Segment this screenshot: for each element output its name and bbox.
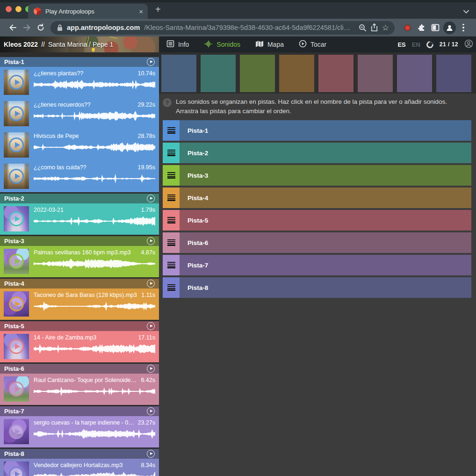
track-row-body[interactable]: Pista-4 bbox=[180, 188, 471, 208]
track-header[interactable]: Pista-7 bbox=[0, 406, 159, 416]
track-row-body[interactable]: Pista-2 bbox=[180, 143, 471, 163]
back-button[interactable] bbox=[6, 21, 20, 35]
clip-play-button[interactable] bbox=[9, 254, 24, 269]
track-color-swatch[interactable] bbox=[240, 55, 275, 92]
audio-clip[interactable]: 2022-03-211.79s bbox=[0, 203, 159, 235]
track-color-swatch[interactable] bbox=[318, 55, 353, 92]
track-color-swatch[interactable] bbox=[397, 55, 432, 92]
audio-clip[interactable]: Vendedor callejero Hortalizas.mp38.34s bbox=[0, 459, 159, 476]
browser-tab[interactable]: Play Antropoloops × bbox=[28, 4, 148, 19]
track-header[interactable]: Pista-2 bbox=[0, 194, 159, 203]
clip-play-button[interactable] bbox=[9, 296, 24, 311]
track-row[interactable]: Pista-1 bbox=[163, 120, 471, 141]
drag-handle[interactable] bbox=[163, 188, 180, 208]
language-en[interactable]: EN bbox=[412, 41, 420, 48]
clip-play-button[interactable] bbox=[9, 339, 24, 354]
track-row-body[interactable]: Pista-8 bbox=[180, 277, 471, 298]
map-thumbnail-strip[interactable]: Kleos 2022//Santa Marina / Pepe 1 bbox=[0, 36, 159, 52]
track-header[interactable]: Pista-1 bbox=[0, 57, 159, 67]
track-section: Pista-22022-03-211.79s bbox=[0, 194, 159, 235]
track-row[interactable]: Pista-3 bbox=[163, 165, 471, 186]
language-es[interactable]: ES bbox=[397, 41, 405, 48]
window-minimize-button[interactable] bbox=[15, 6, 22, 12]
track-color-swatch[interactable] bbox=[161, 55, 196, 92]
nav-tab-info[interactable]: Info bbox=[166, 40, 189, 49]
browser-profile-avatar[interactable] bbox=[442, 21, 456, 35]
audio-clip[interactable]: sergio cuevas - la harpe indienne - 03 -… bbox=[0, 416, 159, 447]
track-header[interactable]: Pista-3 bbox=[0, 236, 159, 246]
nav-tab-tocar[interactable]: Tocar bbox=[299, 40, 326, 49]
clip-play-button[interactable] bbox=[9, 137, 24, 152]
track-color-swatch[interactable] bbox=[201, 55, 236, 92]
track-color-swatch[interactable] bbox=[436, 55, 471, 92]
drag-handle[interactable] bbox=[163, 255, 180, 275]
audio-clip[interactable]: ¿¿como las cuida??19.95s bbox=[0, 161, 159, 192]
track-header[interactable]: Pista-8 bbox=[0, 449, 159, 459]
track-color-swatch[interactable] bbox=[358, 55, 393, 92]
track-play-button[interactable] bbox=[147, 237, 155, 245]
drag-handle[interactable] bbox=[163, 165, 180, 186]
clip-play-button[interactable] bbox=[9, 75, 24, 90]
track-play-button[interactable] bbox=[147, 280, 155, 288]
audio-clip[interactable]: Palmas sevillanas 160 bpm mp3.mp34.87s bbox=[0, 246, 159, 277]
side-panel-icon[interactable] bbox=[428, 21, 442, 35]
drag-handle[interactable] bbox=[163, 232, 180, 253]
record-extension-icon[interactable] bbox=[400, 21, 414, 35]
drag-handle[interactable] bbox=[163, 277, 180, 298]
track-header[interactable]: Pista-4 bbox=[0, 279, 159, 288]
clip-duration: 1.11s bbox=[141, 292, 155, 298]
share-icon[interactable] bbox=[371, 23, 378, 32]
audio-clip[interactable]: ¿¿tienes recuerdos??29.22s bbox=[0, 98, 159, 130]
audio-clip[interactable]: 14 - Aire de Zamba.mp317.11s bbox=[0, 331, 159, 362]
clip-play-button[interactable] bbox=[9, 382, 24, 397]
track-color-swatch[interactable] bbox=[279, 55, 314, 92]
audio-clip[interactable]: Hiviscus de Pepe28.78s bbox=[0, 130, 159, 161]
window-close-button[interactable] bbox=[6, 6, 12, 12]
track-row-body[interactable]: Pista-6 bbox=[180, 232, 471, 253]
track-play-button[interactable] bbox=[147, 195, 155, 202]
clip-play-button[interactable] bbox=[9, 424, 24, 439]
track-header[interactable]: Pista-5 bbox=[0, 321, 159, 331]
track-row-body[interactable]: Pista-1 bbox=[180, 120, 471, 141]
extensions-puzzle-icon[interactable] bbox=[414, 21, 428, 35]
bookmark-star-icon[interactable]: ☆ bbox=[382, 23, 389, 33]
clip-play-button[interactable] bbox=[9, 106, 24, 121]
track-play-button[interactable] bbox=[147, 450, 155, 458]
nav-tab-sonidos[interactable]: Sonidos bbox=[204, 40, 240, 49]
url-bar[interactable]: app.antropoloops.com /Kleos-Santa-Marina… bbox=[50, 21, 395, 35]
track-row[interactable]: Pista-7 bbox=[163, 255, 471, 275]
forward-button[interactable] bbox=[20, 21, 34, 35]
track-header[interactable]: Pista-6 bbox=[0, 364, 159, 374]
track-row-body[interactable]: Pista-5 bbox=[180, 210, 471, 231]
nav-tab-mapa[interactable]: Mapa bbox=[255, 40, 284, 49]
track-row[interactable]: Pista-4 bbox=[163, 188, 471, 208]
track-play-button[interactable] bbox=[147, 365, 155, 373]
new-tab-button[interactable]: + bbox=[155, 6, 161, 14]
audio-clip[interactable]: ¿¿tienes plantas??10.74s bbox=[0, 67, 159, 98]
reload-button[interactable] bbox=[34, 21, 48, 35]
track-row[interactable]: Pista-6 bbox=[163, 232, 471, 253]
drag-handle[interactable] bbox=[163, 143, 180, 163]
zoom-out-page-icon[interactable] bbox=[359, 24, 367, 32]
audio-clip[interactable]: Raul Cantizano- Toque por Solenoide.mp36… bbox=[0, 374, 159, 405]
track-row[interactable]: Pista-2 bbox=[163, 143, 471, 163]
track-row[interactable]: Pista-8 bbox=[163, 277, 471, 298]
drag-handle[interactable] bbox=[163, 120, 180, 141]
track-row-body[interactable]: Pista-7 bbox=[180, 255, 471, 275]
track-play-button[interactable] bbox=[147, 407, 155, 415]
track-row[interactable]: Pista-5 bbox=[163, 210, 471, 231]
waveform bbox=[34, 471, 155, 476]
track-play-button[interactable] bbox=[147, 322, 155, 330]
tab-close-icon[interactable]: × bbox=[139, 8, 143, 15]
drag-handle[interactable] bbox=[163, 210, 180, 231]
tab-overflow-chevron-icon[interactable] bbox=[463, 7, 469, 16]
clip-play-button[interactable] bbox=[9, 467, 24, 476]
track-play-button[interactable] bbox=[147, 58, 155, 66]
track-row-body[interactable]: Pista-3 bbox=[180, 165, 471, 186]
browser-menu-icon[interactable] bbox=[456, 21, 470, 35]
lock-icon[interactable] bbox=[57, 24, 63, 31]
clip-play-button[interactable] bbox=[9, 169, 24, 184]
audio-clip[interactable]: Taconeo de Sara Baras (128 kbps).mp31.11… bbox=[0, 288, 159, 320]
account-icon[interactable] bbox=[464, 39, 473, 50]
clip-play-button[interactable] bbox=[9, 211, 24, 226]
